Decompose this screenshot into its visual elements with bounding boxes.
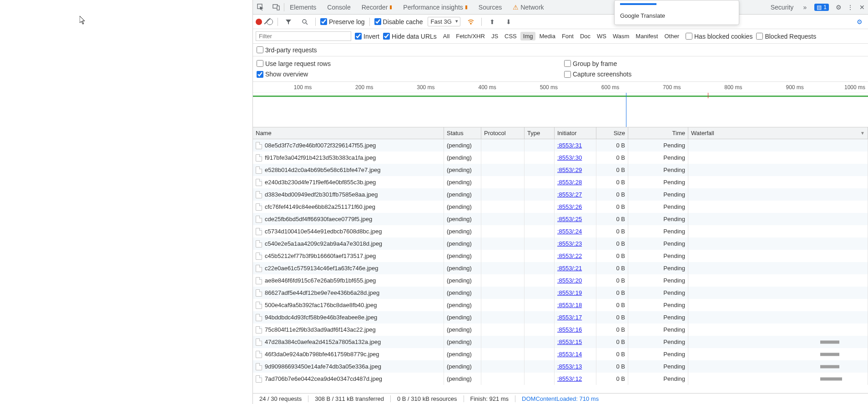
filter-type-img[interactable]: Img bbox=[520, 32, 536, 40]
table-row[interactable]: 46f3da0e924a0b798bfe461759b8779c.jpeg(pe… bbox=[253, 348, 868, 360]
col-initiator[interactable]: Initiator bbox=[555, 127, 596, 139]
table-row[interactable]: cfc76fef4149c84ee6bb82a251171f60.jpeg(pe… bbox=[253, 201, 868, 213]
request-initiator-link[interactable]: :8553/:20 bbox=[557, 277, 582, 284]
filter-type-js[interactable]: JS bbox=[489, 32, 501, 40]
col-type[interactable]: Type bbox=[525, 127, 555, 139]
table-row[interactable]: 75c804f11e2f9b3d3ad9adf6f143ac22.jpeg(pe… bbox=[253, 323, 868, 336]
download-har-icon[interactable]: ⬇ bbox=[503, 18, 515, 25]
network-conditions-icon[interactable] bbox=[465, 18, 477, 25]
invert-checkbox[interactable]: Invert bbox=[355, 33, 379, 40]
table-row[interactable]: c540e2e5a1aa4209c92ab9a4a7e3018d.jpeg(pe… bbox=[253, 237, 868, 250]
table-row[interactable]: d383e4bd00949edf2b301ffb7585e8aa.jpeg(pe… bbox=[253, 188, 868, 201]
filter-type-fetchxhr[interactable]: Fetch/XHR bbox=[453, 32, 488, 40]
show-overview-checkbox[interactable]: Show overview bbox=[257, 71, 557, 78]
table-row[interactable]: c5734d100410e544e91edbcb7608d8bc.jpeg(pe… bbox=[253, 225, 868, 237]
filter-type-ws[interactable]: WS bbox=[594, 32, 609, 40]
request-initiator-link[interactable]: :8553/:29 bbox=[557, 167, 582, 173]
tab-sources[interactable]: Sources bbox=[473, 0, 507, 14]
tab-elements[interactable]: Elements bbox=[284, 0, 322, 14]
request-initiator-link[interactable]: :8553/:16 bbox=[557, 326, 582, 333]
request-initiator-link[interactable]: :8553/:27 bbox=[557, 191, 582, 198]
col-protocol[interactable]: Protocol bbox=[481, 127, 525, 139]
throttle-select[interactable]: Fast 3G bbox=[428, 17, 460, 26]
blocked-cookies-checkbox[interactable]: Has blocked cookies bbox=[686, 33, 752, 40]
table-row[interactable]: ae8e846f6fd915c67e26ab59fb1bf655.jpeg(pe… bbox=[253, 274, 868, 287]
capture-screenshots-checkbox[interactable]: Capture screenshots bbox=[564, 71, 864, 78]
preserve-log-checkbox[interactable]: Preserve log bbox=[320, 18, 365, 25]
clear-button[interactable] bbox=[267, 19, 273, 25]
issues-badge[interactable]: ▤1 bbox=[814, 4, 829, 11]
disable-cache-checkbox[interactable]: Disable cache bbox=[374, 18, 423, 25]
request-initiator-link[interactable]: :8553/:12 bbox=[557, 375, 582, 382]
request-initiator-link[interactable]: :8553/:17 bbox=[557, 314, 582, 321]
table-row[interactable]: cde25fb6bd5df4ff66930faece0779f5.jpeg(pe… bbox=[253, 213, 868, 225]
requests-table[interactable]: 08e5d3f7c7d9e46bf0072f3296147f55.jpeg(pe… bbox=[253, 139, 868, 393]
request-initiator-link[interactable]: :8553/:24 bbox=[557, 228, 582, 235]
request-initiator-link[interactable]: :8553/:25 bbox=[557, 216, 582, 222]
request-initiator-link[interactable]: :8553/:30 bbox=[557, 154, 582, 161]
device-toggle-icon[interactable] bbox=[268, 0, 284, 14]
request-initiator-link[interactable]: :8553/:26 bbox=[557, 203, 582, 210]
large-rows-checkbox[interactable]: Use large request rows bbox=[257, 60, 557, 67]
tab-recorder[interactable]: Recorder▮ bbox=[356, 0, 398, 14]
request-initiator-link[interactable]: :8553/:31 bbox=[557, 142, 582, 149]
upload-har-icon[interactable]: ⬆ bbox=[486, 18, 498, 25]
more-tabs-icon[interactable]: » bbox=[799, 4, 811, 11]
request-initiator-link[interactable]: :8553/:15 bbox=[557, 338, 582, 345]
table-row[interactable]: 08e5d3f7c7d9e46bf0072f3296147f55.jpeg(pe… bbox=[253, 139, 868, 152]
table-row[interactable]: 86627adf5e44df12be9e7ee436b6a28d.jpeg(pe… bbox=[253, 287, 868, 299]
tab-performance-insights[interactable]: Performance insights▮ bbox=[398, 0, 473, 14]
filter-type-all[interactable]: All bbox=[440, 32, 452, 40]
filter-type-css[interactable]: CSS bbox=[502, 32, 520, 40]
filter-type-doc[interactable]: Doc bbox=[577, 32, 593, 40]
col-size[interactable]: Size bbox=[596, 127, 628, 139]
overview-timeline[interactable]: 100 ms200 ms300 ms400 ms500 ms600 ms700 … bbox=[253, 82, 868, 127]
request-initiator-link[interactable]: :8553/:19 bbox=[557, 289, 582, 296]
record-button[interactable] bbox=[256, 19, 262, 25]
network-settings-icon[interactable]: ⚙ bbox=[853, 18, 865, 25]
request-initiator-link[interactable]: :8553/:23 bbox=[557, 240, 582, 247]
filter-icon[interactable] bbox=[283, 19, 294, 25]
col-status[interactable]: Status bbox=[444, 127, 481, 139]
filter-input[interactable] bbox=[256, 31, 351, 41]
table-row[interactable]: 9d90986693450e14afe74db3a05e336a.jpeg(pe… bbox=[253, 360, 868, 373]
request-initiator-link[interactable]: :8553/:28 bbox=[557, 179, 582, 186]
filter-type-other[interactable]: Other bbox=[661, 32, 682, 40]
group-frame-checkbox[interactable]: Group by frame bbox=[564, 60, 864, 67]
tab-network[interactable]: ⚠Network bbox=[507, 0, 549, 14]
table-row[interactable]: f917bfe3a042f91b4213d53b383ca1fa.jpeg(pe… bbox=[253, 152, 868, 164]
tab-console[interactable]: Console bbox=[322, 0, 356, 14]
table-row[interactable]: 7ad706b7e6e0442cea9d4e0347cd487d.jpeg(pe… bbox=[253, 373, 868, 385]
divider bbox=[315, 18, 316, 26]
request-initiator-link[interactable]: :8553/:18 bbox=[557, 302, 582, 308]
table-row[interactable]: 94bddbdc4d93fcf58b9e46b3feabee8e.jpeg(pe… bbox=[253, 311, 868, 323]
request-initiator-link[interactable]: :8553/:13 bbox=[557, 363, 582, 370]
col-waterfall[interactable]: Waterfall▼ bbox=[688, 127, 868, 139]
table-row[interactable]: e528b014d2c0a4b69b5e58c61bfe47e7.jpeg(pe… bbox=[253, 164, 868, 176]
col-time[interactable]: Time bbox=[628, 127, 688, 139]
filter-type-manifest[interactable]: Manifest bbox=[633, 32, 661, 40]
table-row[interactable]: e240d3b230d4fe71f9ef64e0bf855c3b.jpeg(pe… bbox=[253, 176, 868, 188]
settings-icon[interactable]: ⚙ bbox=[833, 4, 844, 11]
col-name[interactable]: Name bbox=[253, 127, 444, 139]
hide-data-urls-checkbox[interactable]: Hide data URLs bbox=[383, 33, 437, 40]
request-initiator-link[interactable]: :8553/:22 bbox=[557, 252, 582, 259]
table-row[interactable]: 47d28a384c0aefea2d4152a7805a132a.jpeg(pe… bbox=[253, 336, 868, 348]
request-initiator-link[interactable]: :8553/:21 bbox=[557, 265, 582, 272]
search-icon[interactable] bbox=[299, 19, 311, 25]
filter-type-media[interactable]: Media bbox=[536, 32, 558, 40]
table-row[interactable]: c22e0ae61c5759134c46ef1a63fc746e.jpeg(pe… bbox=[253, 262, 868, 274]
tab-security[interactable]: Security bbox=[765, 0, 799, 14]
request-protocol bbox=[481, 323, 525, 336]
more-icon[interactable]: ⋮ bbox=[844, 4, 856, 11]
inspect-element-icon[interactable] bbox=[253, 0, 268, 14]
filter-type-font[interactable]: Font bbox=[559, 32, 576, 40]
third-party-checkbox[interactable]: 3rd-party requests bbox=[257, 46, 317, 54]
blocked-requests-checkbox[interactable]: Blocked Requests bbox=[756, 33, 816, 40]
table-row[interactable]: 500e4caf9a5b392fac176bc8dae8fb40.jpeg(pe… bbox=[253, 299, 868, 311]
close-icon[interactable]: ✕ bbox=[856, 4, 868, 11]
table-row[interactable]: c45b5212ef77b3f9b16660faef173517.jpeg(pe… bbox=[253, 250, 868, 262]
file-icon bbox=[256, 179, 262, 186]
filter-type-wasm[interactable]: Wasm bbox=[610, 32, 632, 40]
request-initiator-link[interactable]: :8553/:14 bbox=[557, 351, 582, 358]
